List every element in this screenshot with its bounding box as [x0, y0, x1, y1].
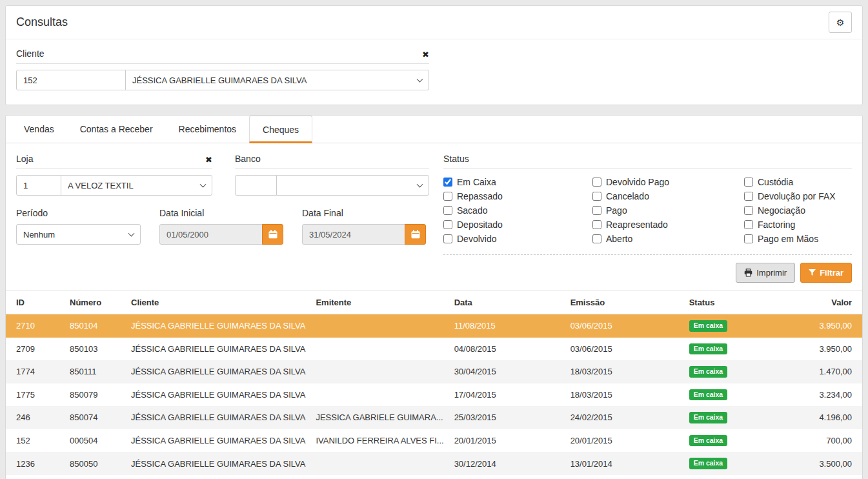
status-checkbox-pago-em-maos[interactable]: Pago em Mãos — [744, 232, 852, 246]
status-checkbox-custodia[interactable]: Custódia — [744, 175, 852, 189]
cell-data: 30/04/2015 — [449, 360, 565, 383]
banco-label: Banco — [235, 154, 261, 164]
cliente-fieldset-head: Cliente ✖ — [16, 48, 429, 64]
checkbox[interactable] — [443, 178, 452, 187]
cell-numero: 000504 — [65, 429, 126, 453]
calendar-icon — [411, 230, 420, 239]
cell-cliente: JÉSSICA GABRIELLE GUIMARAES DA SILVA — [126, 314, 310, 338]
banco-input-group — [235, 175, 429, 196]
status-checkbox-repassado[interactable]: Repassado — [443, 189, 592, 203]
cell-data: 04/08/2015 — [449, 338, 565, 361]
table-row[interactable]: 2710 850104 JÉSSICA GABRIELLE GUIMARAES … — [6, 314, 862, 338]
checkbox[interactable] — [443, 206, 452, 215]
status-checkbox-factoring[interactable]: Factoring — [744, 218, 852, 232]
cell-emissao: 03/06/2015 — [565, 338, 684, 361]
consultas-header: Consultas ⚙ — [6, 6, 862, 39]
cliente-section: Cliente ✖ JÉSSICA GABRIELLE GUIMARAES DA… — [6, 39, 862, 105]
cell-emitente — [310, 452, 449, 475]
clear-loja-icon[interactable]: ✖ — [205, 156, 212, 164]
status-checkbox-pago[interactable]: Pago — [592, 203, 744, 218]
cell-data: 17/04/2015 — [449, 383, 565, 407]
table-row[interactable]: 1775 850079 JÉSSICA GABRIELLE GUIMARAES … — [6, 383, 862, 407]
header-status: Status — [684, 291, 781, 314]
checkbox[interactable] — [744, 178, 753, 187]
status-checkbox-negociacao[interactable]: Negociação — [744, 203, 852, 218]
loja-select[interactable]: A VELOZ TEXTIL — [61, 175, 212, 196]
page-title: Consultas — [16, 15, 68, 29]
tab-contas-a-receber[interactable]: Contas a Receber — [67, 116, 166, 143]
cell-emitente: JESSICA GABRIELE GUIMARA... — [310, 406, 449, 429]
cell-numero: 850103 — [65, 338, 126, 361]
cell-id: 152 — [6, 429, 65, 453]
table-row[interactable]: 2709 850103 JÉSSICA GABRIELLE GUIMARAES … — [6, 338, 862, 361]
checkbox[interactable] — [592, 192, 601, 201]
status-checkbox-sacado[interactable]: Sacado — [443, 203, 592, 218]
checkbox[interactable] — [592, 206, 601, 215]
data-inicial-calendar-button[interactable] — [262, 224, 283, 245]
cell-numero: 850111 — [65, 360, 126, 383]
settings-button[interactable]: ⚙ — [829, 12, 852, 33]
calendar-icon — [268, 230, 278, 239]
checkbox[interactable] — [592, 220, 601, 229]
cell-emitente — [310, 383, 449, 407]
cell-status: Em caixa — [684, 383, 781, 407]
checkbox[interactable] — [443, 220, 452, 229]
cell-id: 1236 — [6, 452, 65, 475]
status-badge: Em caixa — [689, 366, 728, 378]
status-checkbox-devolucao-por-fax[interactable]: Devolução por FAX — [744, 189, 852, 203]
checkbox[interactable] — [592, 234, 601, 243]
checkbox[interactable] — [744, 192, 753, 201]
header-numero: Número — [65, 291, 126, 314]
table-row[interactable]: 152 000504 JÉSSICA GABRIELLE GUIMARAES D… — [6, 429, 862, 453]
cell-valor: 4.196,00 — [781, 406, 862, 429]
table-bottom-padding — [6, 475, 862, 479]
filter-row-2: Período Nenhum Data Inicial — [16, 208, 429, 245]
status-badge: Em caixa — [689, 320, 728, 332]
banco-code-input[interactable] — [235, 175, 277, 196]
cell-status: Em caixa — [684, 360, 781, 383]
status-checkbox-em-caixa[interactable]: Em Caixa — [443, 175, 592, 189]
status-checkbox-devolvido[interactable]: Devolvido — [443, 232, 592, 246]
checkbox[interactable] — [744, 234, 753, 243]
cheques-table: ID Número Cliente Emitente Data Emissão … — [6, 290, 862, 475]
cliente-select[interactable]: JÉSSICA GABRIELLE GUIMARAES DA SILVA — [125, 70, 429, 90]
data-inicial-group: Data Inicial — [159, 208, 283, 245]
table-row[interactable]: 1236 850050 JÉSSICA GABRIELLE GUIMARAES … — [6, 452, 862, 475]
cell-id: 1774 — [6, 360, 65, 383]
tabs-bar: Vendas Contas a Receber Recebimentos Che… — [6, 116, 862, 143]
banco-select[interactable] — [276, 175, 429, 196]
table-row[interactable]: 246 850074 JÉSSICA GABRIELLE GUIMARAES D… — [6, 406, 862, 429]
filtrar-button[interactable]: Filtrar — [800, 263, 852, 283]
cliente-code-input[interactable] — [16, 70, 126, 90]
loja-input-group: A VELOZ TEXTIL — [16, 175, 212, 196]
table-row[interactable]: 1774 850111 JÉSSICA GABRIELLE GUIMARAES … — [6, 360, 862, 383]
status-checkbox-aberto[interactable]: Aberto — [592, 232, 744, 246]
cell-status: Em caixa — [684, 314, 781, 338]
status-badge: Em caixa — [689, 435, 728, 447]
checkbox[interactable] — [443, 192, 452, 201]
table-header-row: ID Número Cliente Emitente Data Emissão … — [6, 291, 862, 314]
filter-icon — [809, 269, 816, 276]
tab-cheques[interactable]: Cheques — [249, 116, 312, 143]
periodo-select[interactable]: Nenhum — [16, 224, 141, 245]
banco-fieldset-head: Banco — [235, 154, 429, 169]
status-checkbox-depositado[interactable]: Depositado — [443, 218, 592, 232]
checkbox[interactable] — [592, 178, 601, 187]
checkbox[interactable] — [744, 220, 753, 229]
actions-row: Imprimir Filtrar — [443, 263, 852, 283]
checkbox[interactable] — [443, 234, 452, 243]
cell-cliente: JÉSSICA GABRIELLE GUIMARAES DA SILVA — [126, 452, 310, 475]
status-checkbox-devolvido-pago[interactable]: Devolvido Pago — [592, 175, 744, 189]
loja-group: Loja ✖ A VELOZ TEXTIL — [16, 154, 212, 196]
tab-vendas[interactable]: Vendas — [11, 116, 67, 143]
status-checkbox-reapresentado[interactable]: Reapresentado — [592, 218, 744, 232]
cell-valor: 3.500,00 — [781, 452, 862, 475]
cell-emissao: 20/01/2015 — [565, 429, 684, 453]
imprimir-button[interactable]: Imprimir — [736, 263, 795, 283]
data-final-calendar-button[interactable] — [405, 224, 426, 245]
tab-recebimentos[interactable]: Recebimentos — [166, 116, 250, 143]
status-checkbox-cancelado[interactable]: Cancelado — [592, 189, 744, 203]
clear-cliente-icon[interactable]: ✖ — [422, 50, 429, 59]
checkbox[interactable] — [744, 206, 753, 215]
loja-code-input[interactable] — [16, 175, 61, 196]
